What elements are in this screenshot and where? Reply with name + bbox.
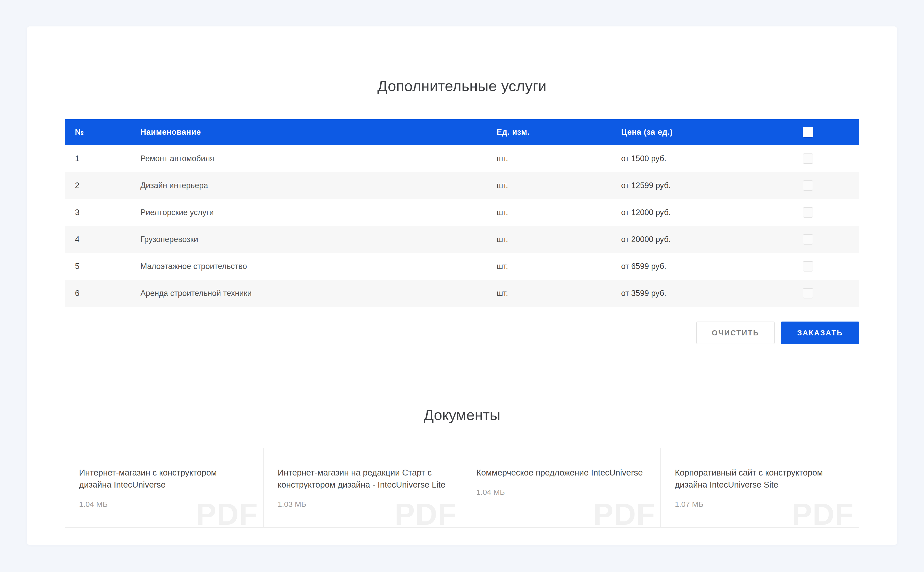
services-table: № Наименование Ед. изм. Цена (за ед.) 1 …: [65, 119, 859, 307]
row-checkbox[interactable]: [803, 154, 813, 164]
content-panel: Дополнительные услуги № Наименование Ед.…: [27, 26, 897, 545]
row-price: от 6599 руб.: [621, 262, 796, 271]
row-price: от 12599 руб.: [621, 181, 796, 190]
document-title: Коммерческое предложение IntecUniverse: [476, 466, 647, 479]
documents-list: Интернет-магазин с конструктором дизайна…: [65, 448, 859, 528]
table-row: 5 Малоэтажное строительство шт. от 6599 …: [65, 253, 859, 280]
table-actions: ОЧИСТИТЬ ЗАКАЗАТЬ: [65, 322, 859, 344]
table-row: 3 Риелторские услуги шт. от 12000 руб.: [65, 199, 859, 226]
table-header-row: № Наименование Ед. изм. Цена (за ед.): [65, 119, 859, 145]
table-row: 1 Ремонт автомобиля шт. от 1500 руб.: [65, 145, 859, 172]
row-select-cell: [796, 154, 859, 164]
row-service-name: Аренда строительной техники: [140, 289, 497, 298]
column-header-name: Наименование: [140, 127, 497, 137]
document-size: 1.07 МБ: [675, 500, 845, 508]
table-row: 4 Грузоперевозки шт. от 20000 руб.: [65, 226, 859, 253]
row-checkbox[interactable]: [803, 288, 813, 298]
order-button[interactable]: ЗАКАЗАТЬ: [781, 322, 859, 344]
row-select-cell: [796, 207, 859, 218]
row-service-name: Риелторские услуги: [140, 208, 497, 217]
row-select-cell: [796, 234, 859, 244]
row-number: 3: [65, 208, 140, 217]
column-header-unit: Ед. изм.: [497, 127, 621, 137]
services-title: Дополнительные услуги: [65, 26, 859, 95]
row-select-cell: [796, 261, 859, 272]
row-price: от 3599 руб.: [621, 289, 796, 298]
panel-inner: Дополнительные услуги № Наименование Ед.…: [27, 26, 897, 528]
row-unit: шт.: [497, 154, 621, 163]
document-size: 1.03 МБ: [278, 500, 448, 508]
clear-button[interactable]: ОЧИСТИТЬ: [696, 322, 775, 344]
row-service-name: Малоэтажное строительство: [140, 262, 497, 271]
column-header-number: №: [65, 127, 140, 137]
row-checkbox[interactable]: [803, 180, 813, 191]
row-service-name: Дизайн интерьера: [140, 181, 497, 190]
documents-title: Документы: [65, 344, 859, 424]
document-card[interactable]: Интернет-магазин на редакции Старт с кон…: [263, 448, 462, 527]
document-title: Интернет-магазин на редакции Старт с кон…: [278, 466, 448, 491]
table-body: 1 Ремонт автомобиля шт. от 1500 руб. 2 Д…: [65, 145, 859, 307]
table-row: 2 Дизайн интерьера шт. от 12599 руб.: [65, 172, 859, 199]
column-header-price: Цена (за ед.): [621, 127, 796, 137]
document-card[interactable]: Коммерческое предложение IntecUniverse 1…: [462, 448, 661, 527]
page-background: Дополнительные услуги № Наименование Ед.…: [0, 0, 924, 572]
row-unit: шт.: [497, 208, 621, 217]
row-unit: шт.: [497, 181, 621, 190]
row-number: 2: [65, 181, 140, 190]
document-title: Корпоративный сайт с конструктором дизай…: [675, 466, 845, 491]
document-size: 1.04 МБ: [476, 488, 647, 497]
pdf-watermark: PDF: [593, 499, 655, 527]
row-unit: шт.: [497, 289, 621, 298]
row-price: от 20000 руб.: [621, 235, 796, 244]
row-number: 5: [65, 261, 140, 271]
row-service-name: Ремонт автомобиля: [140, 154, 497, 163]
row-price: от 1500 руб.: [621, 154, 796, 163]
row-select-cell: [796, 180, 859, 191]
row-unit: шт.: [497, 235, 621, 244]
row-price: от 12000 руб.: [621, 208, 796, 217]
document-card[interactable]: Корпоративный сайт с конструктором дизай…: [660, 448, 859, 527]
row-unit: шт.: [497, 262, 621, 271]
row-number: 1: [65, 154, 140, 163]
column-header-select: [796, 127, 859, 137]
row-select-cell: [796, 288, 859, 298]
select-all-checkbox[interactable]: [803, 127, 813, 137]
row-service-name: Грузоперевозки: [140, 235, 497, 244]
row-checkbox[interactable]: [803, 207, 813, 218]
row-checkbox[interactable]: [803, 234, 813, 244]
table-row: 6 Аренда строительной техники шт. от 359…: [65, 280, 859, 307]
document-size: 1.04 МБ: [79, 500, 249, 508]
row-number: 4: [65, 235, 140, 244]
document-title: Интернет-магазин с конструктором дизайна…: [79, 466, 249, 491]
document-card[interactable]: Интернет-магазин с конструктором дизайна…: [65, 448, 263, 527]
row-checkbox[interactable]: [803, 261, 813, 272]
row-number: 6: [65, 288, 140, 298]
